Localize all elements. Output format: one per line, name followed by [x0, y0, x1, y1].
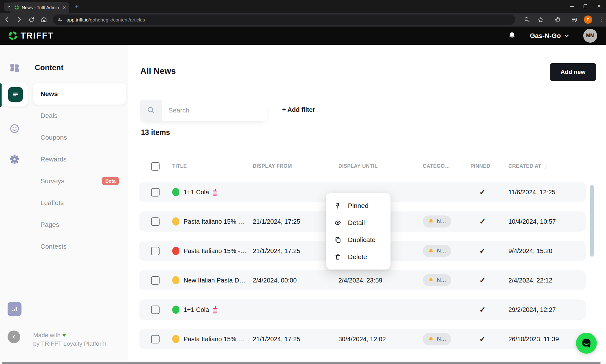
row-checkbox[interactable]: [151, 188, 160, 197]
row-checkbox[interactable]: [151, 335, 160, 343]
items-count: 13 items: [141, 128, 170, 137]
browser-menu-button[interactable]: ⋮: [597, 15, 606, 24]
sidebar-item[interactable]: Contests: [33, 235, 126, 257]
site-controls-icon[interactable]: [57, 17, 63, 23]
new-tab-button[interactable]: +: [75, 3, 79, 10]
home-button[interactable]: [39, 15, 48, 24]
trifft-ring-icon: [8, 31, 18, 40]
window-close-icon[interactable]: ✕: [597, 3, 601, 9]
sort-desc-icon[interactable]: ↓: [544, 163, 547, 170]
url-text: app.trifft.io/gohehegik/content/articles: [67, 17, 145, 22]
select-all-checkbox[interactable]: [151, 162, 160, 171]
sidebar-item[interactable]: News: [33, 83, 126, 105]
beta-badge: Beta: [102, 177, 119, 185]
table-row[interactable]: New Italian Pasta D… 2/4/2024, 00:00 2/4…: [139, 270, 586, 290]
sidebar-item[interactable]: Deals: [33, 105, 126, 126]
column-header-label: DISPLAY UNTIL: [338, 163, 378, 169]
sidebar-item-label: Rewards: [40, 155, 67, 163]
context-menu-label: Pinned: [348, 202, 368, 209]
column-header[interactable]: CREATED AT ↓: [508, 163, 578, 170]
column-header[interactable]: CATEGO… ↓: [423, 163, 470, 169]
sidebar-item[interactable]: Leaflets: [33, 192, 126, 214]
context-menu-item-duplicate[interactable]: Duplicate: [326, 231, 391, 248]
rail-dashboard-button[interactable]: [9, 63, 20, 73]
sidebar-item-label: Leaflets: [40, 199, 64, 207]
row-checkbox[interactable]: [151, 217, 160, 226]
table-row[interactable]: 1+1 Cola ✓ 29/2/2024, 12:27: [139, 300, 586, 320]
back-button[interactable]: [3, 15, 11, 24]
window-minimize-icon[interactable]: [570, 6, 574, 7]
add-new-button[interactable]: Add new: [550, 63, 596, 81]
vertical-scrollbar-thumb[interactable]: [590, 185, 594, 257]
context-menu-item-detail[interactable]: Detail: [326, 214, 391, 231]
pinned-check-icon: ✓: [479, 217, 486, 226]
browser-profile-button[interactable]: F: [584, 15, 592, 24]
column-header-label: PINNED: [470, 163, 490, 169]
column-header[interactable]: DISPLAY FROM ↓: [253, 163, 338, 169]
row-title: 1+1 Cola: [184, 306, 209, 313]
back-arrow-icon: [3, 16, 10, 23]
address-bar[interactable]: app.trifft.io/gohehegik/content/articles: [53, 15, 515, 25]
bell-emoji-icon: [428, 248, 434, 254]
notifications-button[interactable]: [508, 31, 516, 40]
sidebar-item[interactable]: Rewards: [33, 148, 126, 170]
chevron-down-icon: [564, 33, 569, 39]
org-switcher[interactable]: Gas-N-Go: [530, 32, 569, 39]
browser-tab[interactable]: News - Trifft Admin ✕: [10, 2, 69, 13]
pinned-check-icon: ✓: [479, 276, 486, 284]
pinned-check-icon: ✓: [479, 188, 486, 196]
reload-icon: [28, 16, 35, 23]
tab-close-icon[interactable]: ✕: [62, 5, 66, 10]
window-maximize-icon[interactable]: [584, 4, 587, 8]
pinned-check-icon: ✓: [479, 335, 486, 343]
created-at: 11/6/2024, 12:25: [508, 189, 578, 196]
context-menu-item-pinned[interactable]: Pinned: [326, 197, 391, 214]
sidebar-item-label: Deals: [40, 112, 58, 119]
row-checkbox[interactable]: [151, 247, 160, 255]
row-checkbox[interactable]: [151, 306, 160, 314]
eye-icon: [334, 219, 342, 227]
sidebar-item-label: Contests: [40, 243, 67, 250]
rail-engagement-button[interactable]: [9, 123, 20, 134]
bookmark-button[interactable]: [536, 15, 545, 24]
zoom-button[interactable]: [523, 15, 531, 24]
rail-content-button[interactable]: [3, 82, 28, 106]
extensions-button[interactable]: [553, 15, 562, 24]
browser-toolbar: app.trifft.io/gohehegik/content/articles…: [0, 13, 606, 27]
reload-button[interactable]: [27, 15, 36, 24]
media-queue-button[interactable]: [570, 15, 579, 24]
add-filter-button[interactable]: + Add filter: [282, 106, 315, 113]
forward-button[interactable]: [15, 15, 24, 24]
column-header-label: CREATED AT: [508, 163, 541, 169]
display-until: 30/4/2024, 12:02: [338, 336, 423, 343]
search-icon-box: [140, 100, 162, 121]
horizontal-scrollbar-thumb[interactable]: [2, 362, 601, 364]
bell-emoji-icon: [428, 218, 434, 225]
chat-widget-button[interactable]: [576, 333, 597, 354]
footer-credit: Made with ♥ by TRIFFT Loyalty Platform: [33, 331, 106, 348]
green-heart-icon: ♥: [62, 331, 66, 338]
trifft-logo[interactable]: TRIFFT: [8, 31, 54, 41]
row-checkbox[interactable]: [151, 276, 160, 285]
user-avatar[interactable]: MM: [583, 29, 597, 43]
horizontal-scrollbar-track: [0, 361, 606, 364]
category-badge: N…: [423, 245, 451, 257]
column-header[interactable]: DISPLAY UNTIL ↓: [338, 163, 423, 169]
page-title: All News: [140, 66, 176, 76]
toolbar-divider: [566, 16, 566, 23]
column-header[interactable]: PINNED ↓: [470, 163, 508, 169]
rail-analytics-button[interactable]: [8, 302, 21, 316]
column-header[interactable]: TITLE ↓: [172, 163, 253, 169]
rail-settings-button[interactable]: [9, 154, 20, 165]
sidebar-collapse-button[interactable]: [8, 331, 20, 343]
table-row[interactable]: Pasta Italiano 15% … 21/1/2024, 17:25 30…: [139, 329, 586, 349]
context-menu-item-delete[interactable]: Delete: [326, 248, 391, 265]
sidebar-item[interactable]: Pages: [33, 214, 126, 235]
playlist-music-icon: [571, 16, 578, 23]
row-title: Pasta Italiano 15% …: [184, 336, 244, 343]
sidebar-item[interactable]: Surveys Beta: [33, 170, 126, 192]
search-input[interactable]: [162, 100, 267, 121]
sidebar-item[interactable]: Coupons: [33, 126, 126, 148]
row-title: New Italian Pasta D…: [184, 277, 245, 284]
search-icon: [147, 106, 155, 114]
